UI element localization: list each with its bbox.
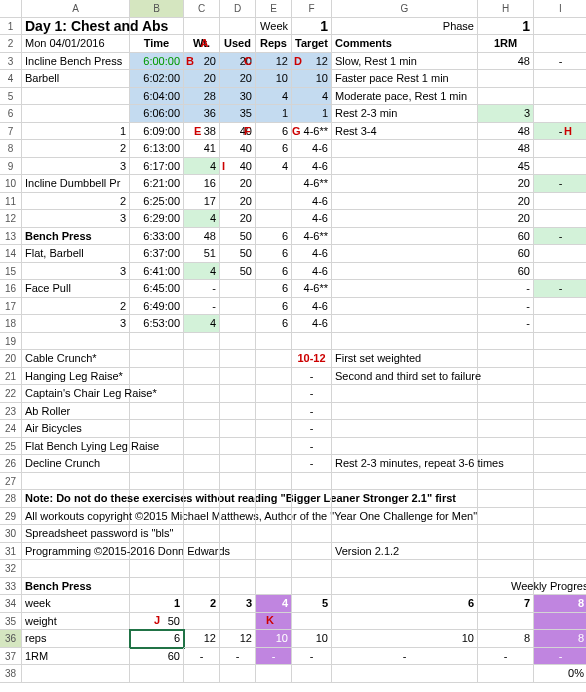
extra-cell[interactable] [534, 158, 586, 176]
reps-cell[interactable]: 4 [256, 88, 292, 106]
col-B[interactable]: B [130, 0, 184, 18]
reps-cell[interactable]: 4 [256, 158, 292, 176]
hdr-wt[interactable]: Wt. [184, 35, 220, 53]
1rm-cell[interactable]: - [478, 280, 534, 298]
used-cell[interactable] [220, 315, 256, 333]
target-cell[interactable]: 4-6 [292, 210, 332, 228]
used-cell[interactable]: 50 [220, 263, 256, 281]
used-cell[interactable]: 40 [220, 140, 256, 158]
time-cell[interactable]: 6:33:00 [130, 228, 184, 246]
reps-cell[interactable]: 6 [256, 263, 292, 281]
used-cell[interactable]: 35 [220, 105, 256, 123]
phase-label[interactable]: Phase [332, 18, 478, 36]
note-31[interactable]: Programming ©2015-2016 Donn Edwards [22, 543, 130, 561]
row-36[interactable]: 36 [0, 630, 22, 648]
extra-cell[interactable]: - [534, 175, 586, 193]
row-1[interactable]: 1 [0, 18, 22, 36]
reps-cell[interactable]: 1 [256, 105, 292, 123]
target-cell[interactable]: 10 [292, 70, 332, 88]
target-cell[interactable]: - [292, 438, 332, 456]
bench-week-label[interactable]: week [22, 595, 130, 613]
1rm-cell[interactable]: 48 [478, 123, 534, 141]
target-cell[interactable]: 4-6 [292, 315, 332, 333]
time-cell[interactable]: 6:49:00 [130, 298, 184, 316]
exercise-cell[interactable]: 1 [22, 123, 130, 141]
wt-cell[interactable]: 16 [184, 175, 220, 193]
wt-cell[interactable]: 28 [184, 88, 220, 106]
target-cell[interactable]: 4-6 [292, 245, 332, 263]
comment-cell[interactable]: Rest 2-3 minutes, repeat 3-6 times [332, 455, 478, 473]
row-14[interactable]: 14 [0, 245, 22, 263]
reps-cell[interactable] [256, 175, 292, 193]
row-35[interactable]: 35 [0, 613, 22, 631]
week-value[interactable]: 1 [292, 18, 332, 36]
row-23[interactable]: 23 [0, 403, 22, 421]
row-20[interactable]: 20 [0, 350, 22, 368]
exercise-cell[interactable]: Incline Dumbbell Pr [22, 175, 130, 193]
comment-cell[interactable]: Second and third set to failure [332, 368, 478, 386]
row-25[interactable]: 25 [0, 438, 22, 456]
target-cell[interactable]: 4-6 [292, 158, 332, 176]
used-cell[interactable]: 30 [220, 88, 256, 106]
row-30[interactable]: 30 [0, 525, 22, 543]
active-cell-B36[interactable]: 6 [130, 630, 184, 648]
time-cell[interactable]: 6:37:00 [130, 245, 184, 263]
1rm-cell[interactable]: 60 [478, 228, 534, 246]
row-33[interactable]: 33 [0, 578, 22, 596]
weekly-progress-label[interactable]: Weekly Progress [478, 578, 534, 596]
wt-cell[interactable]: - [184, 298, 220, 316]
wt-cell[interactable]: 4 [184, 315, 220, 333]
1rm-cell[interactable]: 20 [478, 175, 534, 193]
extra-cell[interactable] [534, 88, 586, 106]
exercise-cell[interactable]: Barbell [22, 70, 130, 88]
row-15[interactable]: 15 [0, 263, 22, 281]
row-12[interactable]: 12 [0, 210, 22, 228]
exercise-cell[interactable]: Hanging Leg Raise* [22, 368, 130, 386]
row-11[interactable]: 11 [0, 193, 22, 211]
exercise-cell[interactable]: 3 [22, 263, 130, 281]
target-cell[interactable]: 10-12 [292, 350, 332, 368]
target-cell[interactable]: 4-6 [292, 263, 332, 281]
extra-cell[interactable] [534, 105, 586, 123]
target-cell[interactable]: 4-6** [292, 175, 332, 193]
phase-value[interactable]: 1 [478, 18, 534, 36]
comment-cell[interactable] [332, 210, 478, 228]
hdr-used[interactable]: Used [220, 35, 256, 53]
used-cell[interactable]: 40F [220, 123, 256, 141]
exercise-cell[interactable]: 2 [22, 193, 130, 211]
note-29[interactable]: All workouts copyright ©2015 Michael Mat… [22, 508, 130, 526]
1rm-cell[interactable]: - [478, 298, 534, 316]
row-16[interactable]: 16 [0, 280, 22, 298]
row-7[interactable]: 7 [0, 123, 22, 141]
exercise-cell[interactable]: Decline Crunch [22, 455, 130, 473]
page-title[interactable]: Day 1: Chest and Abs [22, 18, 130, 36]
col-A[interactable]: A [22, 0, 130, 18]
comment-cell[interactable] [332, 193, 478, 211]
note-28[interactable]: Note: Do not do these exercises without … [22, 490, 130, 508]
row-19[interactable]: 19 [0, 333, 22, 351]
wt-cell[interactable]: 4 [184, 210, 220, 228]
1rm-cell[interactable]: 60 [478, 263, 534, 281]
wt-cell[interactable]: 4 [184, 263, 220, 281]
used-cell[interactable]: 20 [220, 70, 256, 88]
row-6[interactable]: 6 [0, 105, 22, 123]
comment-cell[interactable] [332, 420, 478, 438]
exercise-cell[interactable] [22, 88, 130, 106]
wt-cell[interactable]: 36 [184, 105, 220, 123]
time-cell[interactable]: 6:17:00 [130, 158, 184, 176]
time-cell[interactable]: 6:53:00 [130, 315, 184, 333]
comment-cell[interactable] [332, 175, 478, 193]
row-5[interactable]: 5 [0, 88, 22, 106]
hdr-1rm[interactable]: 1RM [478, 35, 534, 53]
reps-cell[interactable]: 10 [256, 70, 292, 88]
target-cell[interactable]: 4-6 [292, 193, 332, 211]
extra-cell[interactable] [534, 193, 586, 211]
target-cell[interactable]: 4-6 [292, 298, 332, 316]
row-34[interactable]: 34 [0, 595, 22, 613]
row-22[interactable]: 22 [0, 385, 22, 403]
wt-cell[interactable]: 51 [184, 245, 220, 263]
extra-cell[interactable] [534, 315, 586, 333]
hdr-time[interactable]: Time [130, 35, 184, 53]
extra-cell[interactable]: - [534, 280, 586, 298]
comment-cell[interactable] [332, 403, 478, 421]
